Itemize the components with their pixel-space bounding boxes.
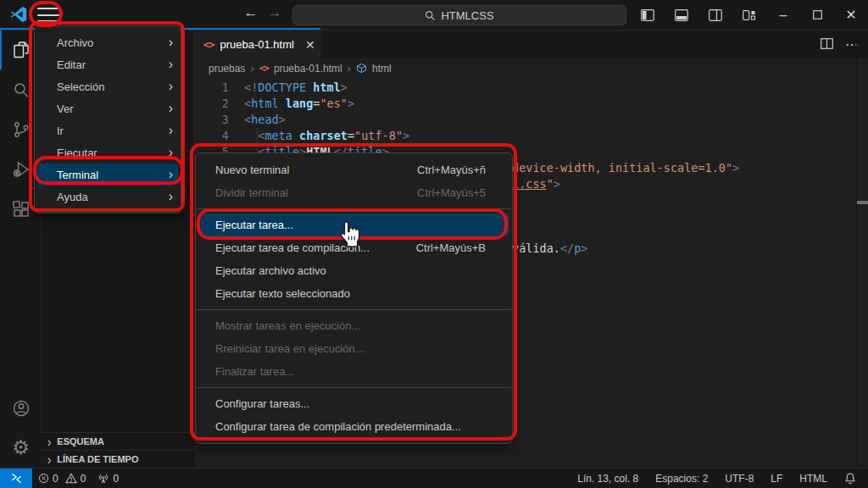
code-token: "es"	[320, 97, 348, 110]
warning-icon	[65, 473, 77, 484]
submenu-item-rreiniciar-tarea-en-ejecución: Rreiniciar tarea en ejecución...	[198, 337, 509, 360]
indentation-indicator[interactable]: Espacios: 2	[655, 473, 708, 485]
tab-close-icon[interactable]: ✕	[305, 38, 315, 52]
submenu-item-label: Ejecutar tarea de compilación...	[215, 241, 416, 254]
symbol-cube-icon	[356, 63, 367, 74]
menu-item-terminal[interactable]: Terminal›	[37, 164, 178, 186]
code-token: >	[554, 177, 560, 191]
code-line[interactable]: 1<!DOCTYPE html>	[195, 80, 868, 96]
code-token: </	[560, 241, 574, 255]
chevron-right-icon: ›	[169, 102, 173, 115]
menu-item-archivo[interactable]: Archivo›	[37, 31, 178, 53]
submenu-item-label: Ejecutar texto seleccionado	[215, 287, 486, 300]
sidebar-section-esquema[interactable]: › ESQUEMA	[40, 432, 195, 450]
error-count: 0	[53, 473, 58, 485]
code-token: <	[244, 97, 251, 110]
code-token: válida.	[512, 241, 560, 255]
chevron-right-icon: ›	[169, 146, 173, 159]
submenu-item-configurar-tareas[interactable]: Configurar tareas...	[198, 392, 509, 415]
chevron-right-icon: ›	[169, 168, 173, 181]
submenu-item-label: Nuevo terminal	[215, 164, 417, 176]
eol-indicator[interactable]: LF	[771, 473, 782, 485]
menu-item-editar[interactable]: Editar›	[37, 53, 178, 75]
menu-item-ayuda[interactable]: Ayuda›	[37, 186, 178, 208]
command-center-search[interactable]: HTMLCSS	[292, 5, 626, 25]
language-indicator[interactable]: HTML	[799, 473, 827, 485]
submenu-item-nuevo-terminal[interactable]: Nuevo terminalCtrl+Mayús+ñ	[198, 158, 509, 181]
submenu-item-ejecutar-archivo-activo[interactable]: Ejecutar archivo activo	[198, 259, 509, 282]
problems-indicator[interactable]: 0 0	[32, 469, 92, 488]
code-token	[244, 129, 258, 142]
code-token: <!	[244, 80, 258, 94]
menu-separator	[197, 208, 511, 209]
encoding-indicator[interactable]: UTF-8	[725, 473, 754, 485]
code-token: device-width, initial-scale=1.0"	[512, 161, 732, 175]
chevron-right-icon: ›	[169, 80, 173, 93]
chevron-right-icon: ›	[169, 36, 173, 49]
chevron-right-icon: ›	[348, 62, 351, 75]
submenu-item-finalizar-tarea: Finalizar tarea...	[198, 360, 509, 383]
maximize-button[interactable]	[800, 0, 834, 30]
chevron-right-icon: ›	[250, 62, 253, 75]
hamburger-menu-icon[interactable]	[37, 8, 59, 22]
code-token: >	[403, 129, 409, 142]
toggle-secondary-sidebar-icon[interactable]	[698, 0, 732, 30]
breadcrumb-item-symbol[interactable]: html	[372, 63, 392, 75]
menu-item-label: Ir	[57, 125, 169, 137]
submenu-item-ejecutar-tarea[interactable]: Ejecutar tarea...	[198, 214, 509, 236]
split-editor-icon[interactable]	[821, 37, 833, 53]
menu-item-label: Ver	[57, 103, 169, 115]
code-token: "	[547, 177, 554, 191]
menu-item-ir[interactable]: Ir›	[37, 119, 178, 141]
code-line[interactable]: 4 <meta charset="utf-8">	[195, 128, 868, 144]
code-line[interactable]: 3<head>	[195, 112, 868, 128]
submenu-item-configurar-tarea-de-compilación-predeterminada[interactable]: Configurar tarea de compilación predeter…	[198, 415, 509, 438]
chevron-right-icon: ›	[47, 434, 51, 449]
code-token: html	[251, 97, 279, 110]
menu-item-ejecutar[interactable]: Ejecutar›	[37, 141, 178, 164]
code-token: 1.css	[512, 177, 547, 191]
breadcrumb-item-file[interactable]: prueba-01.html	[274, 63, 342, 75]
code-token: head	[251, 113, 279, 126]
submenu-item-ejecutar-texto-seleccionado[interactable]: Ejecutar texto seleccionado	[198, 282, 509, 305]
html-file-icon: <>	[259, 63, 269, 74]
close-button[interactable]: ✕	[834, 0, 868, 30]
menu-item-label: Terminal	[57, 169, 169, 181]
submenu-item-mostrar-tareas-en-ejecución: Mostrar tareas en ejecución...	[198, 314, 509, 337]
minimize-button[interactable]: –	[766, 0, 800, 30]
toggle-panel-icon[interactable]	[665, 0, 698, 30]
code-fragment: device-width, initial-scale=1.0">	[512, 160, 739, 176]
toggle-primary-sidebar-icon[interactable]	[631, 0, 665, 30]
customize-layout-icon[interactable]	[732, 0, 766, 30]
nav-forward-button[interactable]: →	[264, 4, 285, 21]
code-token: <	[244, 113, 251, 126]
sidebar-section-linea-de-tiempo[interactable]: › LÍNEA DE TIEMPO	[40, 450, 195, 468]
settings-gear-icon[interactable]: ⚙	[0, 428, 40, 468]
code-token: DOCTYPE	[258, 80, 306, 94]
menu-item-ver[interactable]: Ver›	[37, 97, 178, 119]
search-icon	[425, 10, 436, 21]
ports-antenna-icon	[97, 473, 109, 485]
line-number: 4	[195, 128, 229, 144]
menu-item-selecci-n[interactable]: Selección›	[37, 75, 178, 97]
line-col-indicator[interactable]: Lín. 13, col. 8	[577, 473, 638, 485]
submenu-item-ejecutar-tarea-de-compilación[interactable]: Ejecutar tarea de compilación...Ctrl+May…	[198, 236, 509, 259]
editor-scrollbar[interactable]	[856, 30, 868, 468]
code-token: charset	[299, 129, 348, 142]
submenu-item-label: Rreiniciar tarea en ejecución...	[215, 342, 486, 355]
notifications-bell-icon[interactable]	[844, 472, 856, 485]
submenu-item-label: Ejecutar tarea...	[215, 219, 486, 231]
submenu-item-shortcut: Ctrl+Mayús+B	[416, 241, 486, 254]
breadcrumb: pruebas › <> prueba-01.html › html	[195, 59, 868, 77]
ports-indicator[interactable]: 0	[92, 469, 125, 488]
tab-prueba-01[interactable]: <> prueba-01.html ✕	[195, 30, 320, 59]
account-icon[interactable]	[0, 388, 40, 428]
nav-back-button[interactable]: ←	[241, 4, 261, 21]
code-line[interactable]: 2<html lang="es">	[195, 96, 868, 112]
breadcrumb-item-pruebas[interactable]: pruebas	[209, 63, 245, 75]
sidebar-section-label: ESQUEMA	[57, 436, 104, 446]
remote-indicator[interactable]	[0, 469, 32, 488]
submenu-item-label: Configurar tareas...	[215, 397, 486, 410]
code-token: >	[581, 241, 587, 255]
code-text: <!DOCTYPE html>	[229, 80, 348, 96]
